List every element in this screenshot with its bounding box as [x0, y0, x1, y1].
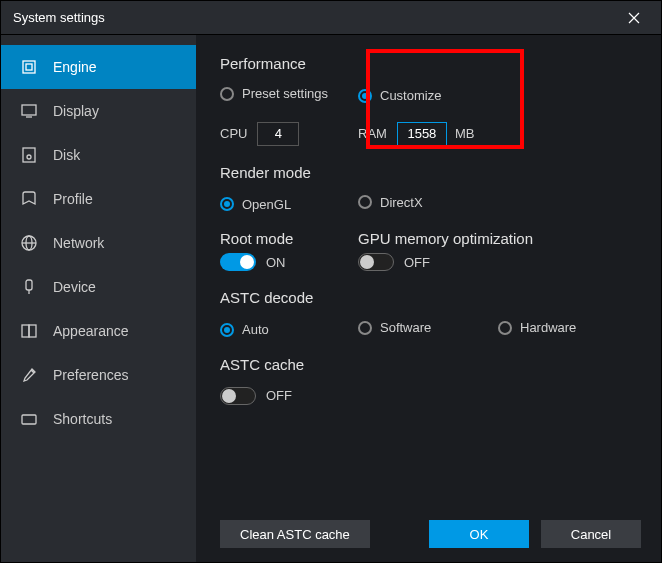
- sidebar-item-label: Device: [53, 279, 96, 295]
- sidebar-item-label: Network: [53, 235, 104, 251]
- sidebar-item-profile[interactable]: Profile: [1, 177, 196, 221]
- appearance-icon: [19, 321, 39, 341]
- sidebar-item-engine[interactable]: Engine: [1, 45, 196, 89]
- sidebar-item-disk[interactable]: Disk: [1, 133, 196, 177]
- svg-rect-2: [22, 105, 36, 115]
- sidebar-item-label: Preferences: [53, 367, 128, 383]
- toggle-knob: [360, 255, 374, 269]
- gpu-title: GPU memory optimization: [358, 230, 533, 247]
- preferences-icon: [19, 365, 39, 385]
- sidebar-item-device[interactable]: Device: [1, 265, 196, 309]
- radio-icon: [358, 321, 372, 335]
- astc-auto-radio[interactable]: Auto: [220, 322, 269, 337]
- directx-radio[interactable]: DirectX: [358, 195, 423, 210]
- shortcuts-icon: [19, 409, 39, 429]
- astc-hardware-radio[interactable]: Hardware: [498, 320, 576, 335]
- content: Engine Display Disk Profile Network Devi…: [1, 35, 661, 562]
- astc-software-radio[interactable]: Software: [358, 320, 431, 335]
- radio-icon: [220, 87, 234, 101]
- network-icon: [19, 233, 39, 253]
- footer: Clean ASTC cache OK Cancel: [220, 520, 641, 548]
- sidebar: Engine Display Disk Profile Network Devi…: [1, 35, 196, 562]
- gpu-value: OFF: [404, 255, 430, 270]
- cpu-label: CPU: [220, 126, 247, 141]
- astc-cache-value: OFF: [266, 388, 292, 403]
- ram-input[interactable]: [397, 122, 447, 146]
- render-title: Render mode: [220, 164, 661, 181]
- preset-settings-radio[interactable]: Preset settings: [220, 86, 328, 101]
- customize-radio[interactable]: Customize: [358, 88, 441, 103]
- disk-icon: [19, 145, 39, 165]
- svg-rect-9: [26, 280, 32, 290]
- sidebar-item-label: Engine: [53, 59, 97, 75]
- svg-rect-0: [23, 61, 35, 73]
- radio-icon: [358, 195, 372, 209]
- radio-label: Hardware: [520, 320, 576, 335]
- root-value: ON: [266, 255, 286, 270]
- radio-label: OpenGL: [242, 197, 291, 212]
- radio-label: Preset settings: [242, 86, 328, 101]
- device-icon: [19, 277, 39, 297]
- sidebar-item-shortcuts[interactable]: Shortcuts: [1, 397, 196, 441]
- engine-icon: [19, 57, 39, 77]
- cpu-input[interactable]: [257, 122, 299, 146]
- main-panel: Performance Preset settings Customize: [196, 35, 661, 562]
- sidebar-item-display[interactable]: Display: [1, 89, 196, 133]
- astc-cache-toggle[interactable]: [220, 387, 256, 405]
- astc-cache-title: ASTC cache: [220, 356, 661, 373]
- profile-icon: [19, 189, 39, 209]
- sidebar-item-label: Profile: [53, 191, 93, 207]
- performance-title: Performance: [220, 55, 661, 72]
- radio-icon: [498, 321, 512, 335]
- root-toggle[interactable]: [220, 253, 256, 271]
- svg-rect-12: [29, 325, 36, 337]
- sidebar-item-preferences[interactable]: Preferences: [1, 353, 196, 397]
- radio-label: DirectX: [380, 195, 423, 210]
- svg-point-5: [27, 155, 31, 159]
- ram-label: RAM: [358, 126, 387, 141]
- gpu-toggle[interactable]: [358, 253, 394, 271]
- toggle-knob: [222, 389, 236, 403]
- display-icon: [19, 101, 39, 121]
- root-title: Root mode: [220, 230, 358, 247]
- close-button[interactable]: [619, 3, 649, 33]
- svg-rect-11: [22, 325, 29, 337]
- ram-unit: MB: [455, 126, 475, 141]
- sidebar-item-label: Appearance: [53, 323, 129, 339]
- radio-label: Customize: [380, 88, 441, 103]
- ok-button[interactable]: OK: [429, 520, 529, 548]
- radio-icon: [358, 89, 372, 103]
- opengl-radio[interactable]: OpenGL: [220, 197, 291, 212]
- sidebar-item-label: Disk: [53, 147, 80, 163]
- settings-window: System settings Engine Display Disk Prof…: [0, 0, 662, 563]
- sidebar-item-appearance[interactable]: Appearance: [1, 309, 196, 353]
- radio-icon: [220, 197, 234, 211]
- titlebar: System settings: [1, 1, 661, 35]
- cancel-button[interactable]: Cancel: [541, 520, 641, 548]
- close-icon: [628, 12, 640, 24]
- radio-icon: [220, 323, 234, 337]
- radio-label: Software: [380, 320, 431, 335]
- toggle-knob: [240, 255, 254, 269]
- radio-label: Auto: [242, 322, 269, 337]
- window-title: System settings: [13, 10, 619, 25]
- svg-rect-1: [26, 64, 32, 70]
- clean-astc-button[interactable]: Clean ASTC cache: [220, 520, 370, 548]
- astc-decode-title: ASTC decode: [220, 289, 661, 306]
- sidebar-item-label: Display: [53, 103, 99, 119]
- sidebar-item-label: Shortcuts: [53, 411, 112, 427]
- sidebar-item-network[interactable]: Network: [1, 221, 196, 265]
- svg-rect-13: [22, 415, 36, 424]
